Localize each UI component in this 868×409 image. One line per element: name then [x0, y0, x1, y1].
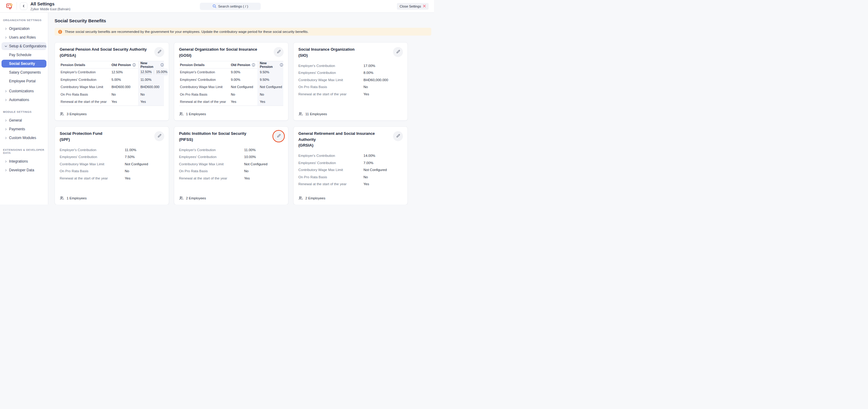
chevron-right-icon [3, 119, 8, 122]
sidebar-item-pay-schedule[interactable]: Pay Schedule [1, 51, 46, 59]
employees-icon [179, 112, 184, 116]
sidebar-item-custom-modules[interactable]: Custom Modules [1, 134, 46, 142]
list-item: Employees' Contribution7.50% [60, 153, 164, 161]
list-item: Employees' Contribution7.00% [299, 159, 403, 167]
pencil-icon [277, 50, 281, 55]
zoho-payroll-settings-window: All Settings Zylker Middle East (Bahrain… [0, 0, 434, 204]
list-item: Employer's Contribution11.00% [179, 146, 283, 153]
sidebar-item-employee-portal[interactable]: Employee Portal [1, 77, 46, 85]
table-row: Contributory Wage Max Limit Not Configur… [179, 83, 283, 91]
list-item: Employer's Contribution17.00% [299, 62, 403, 69]
list-item: Renewal at the start of the yearYes [299, 90, 403, 98]
section-extensions-developer-data: EXTENSIONS & DEVELOPER DATA [0, 148, 48, 154]
page-header-title: All Settings [30, 1, 70, 7]
employees-icon [299, 196, 303, 200]
section-module-settings: MODULE SETTINGS [0, 110, 48, 113]
page-title: Social Security Benefits [55, 18, 431, 24]
sidebar-item-setup-configurations[interactable]: Setup & Configurations [1, 42, 46, 50]
chevron-left-icon [22, 4, 25, 8]
pencil-icon [157, 134, 161, 139]
benefit-card-gosi: General Organization for Social Insuranc… [174, 42, 288, 121]
search-settings-input[interactable]: Search settings ( / ) [200, 3, 261, 10]
chevron-right-icon [3, 137, 8, 139]
table-row: Renewal at the start of the year Yes Yes [60, 98, 164, 106]
chevron-right-icon [3, 36, 8, 39]
col-old-pension: Old Pension [228, 61, 257, 68]
list-item: Renewal at the start of the yearYes [60, 175, 164, 182]
info-icon[interactable] [160, 63, 164, 67]
list-item: On Pro Rata BasisNo [299, 84, 403, 91]
col-pension-details: Pension Details [60, 61, 109, 68]
col-old-pension: Old Pension [109, 61, 138, 68]
pencil-icon [396, 134, 400, 139]
employees-count: 2 Employees [299, 196, 403, 201]
sidebar-item-customizations[interactable]: Customizations [1, 87, 46, 95]
pension-table: Pension Details Old Pension New Pension … [60, 61, 164, 106]
new-pension-value-b[interactable]: 15.00% [156, 70, 167, 74]
header-divider [17, 2, 17, 10]
employees-count: 11 Employees [299, 112, 403, 117]
chevron-right-icon [3, 27, 8, 30]
sidebar-item-integrations[interactable]: Integrations [1, 157, 46, 165]
payroll-logo-icon [5, 2, 13, 10]
card-title: Social Protection Fund (SPF) [60, 130, 164, 142]
edit-grsia-button[interactable] [393, 131, 403, 141]
chevron-right-icon [3, 99, 8, 101]
benefit-card-spf: Social Protection Fund (SPF) Employer's … [55, 126, 169, 204]
table-row: Employees' Contribution 5.00% 11.00% [60, 76, 164, 84]
list-item: Contributory Wage Max LimitNot Configure… [179, 160, 283, 168]
card-title: Social Insurance Organization (SIO) [299, 47, 403, 58]
info-icon[interactable] [280, 63, 283, 67]
chevron-right-icon [3, 160, 8, 163]
benefit-card-sio: Social Insurance Organization (SIO) Empl… [293, 42, 408, 121]
sidebar-item-general[interactable]: General [1, 116, 46, 124]
table-row: On Pro Rata Basis No No [179, 91, 283, 98]
info-icon[interactable] [252, 63, 255, 67]
sidebar-item-social-security[interactable]: Social Security [1, 60, 46, 67]
sidebar-item-payments[interactable]: Payments [1, 125, 46, 133]
table-row: Employer's Contribution 9.00% 9.50% [179, 68, 283, 76]
card-title: Public Institution for Social Security (… [179, 130, 283, 142]
list-item: Contributory Wage Max LimitBHD60,000.000 [299, 76, 403, 84]
sidebar-item-automations[interactable]: Automations [1, 96, 46, 104]
employees-icon [299, 112, 303, 116]
sidebar-item-users-and-roles[interactable]: Users and Roles [1, 33, 46, 41]
table-row: Contributory Wage Max Limit BHD600.000 B… [60, 83, 164, 91]
chevron-right-icon [3, 90, 8, 93]
pencil-icon [277, 134, 281, 139]
edit-spf-button[interactable] [154, 131, 164, 141]
info-filled-icon [58, 30, 62, 34]
new-pension-value-a[interactable]: 12.50% [141, 70, 152, 74]
chevron-right-icon [3, 169, 8, 172]
back-button[interactable] [20, 2, 27, 10]
close-settings-button[interactable]: Close Settings [397, 3, 429, 10]
chevron-right-icon [3, 128, 8, 130]
info-banner-text: These social security benefits are recom… [65, 30, 309, 33]
edit-gpssa-button[interactable] [154, 47, 164, 57]
table-row: On Pro Rata Basis No No [60, 91, 164, 98]
col-pension-details: Pension Details [179, 61, 228, 68]
pencil-icon [157, 50, 161, 55]
edit-sio-button[interactable] [393, 47, 403, 57]
list-item: Contributory Wage Max LimitNot Configure… [299, 167, 403, 174]
info-icon[interactable] [132, 63, 136, 67]
list-item: On Pro Rata BasisNo [60, 168, 164, 175]
close-icon [423, 4, 426, 8]
sidebar-item-developer-data[interactable]: Developer Data [1, 166, 46, 174]
employees-icon [60, 196, 64, 200]
edit-gosi-button[interactable] [274, 47, 284, 57]
benefit-details-list: Employer's Contribution11.00% Employees'… [179, 146, 283, 182]
list-item: Employer's Contribution11.00% [60, 146, 164, 153]
list-item: Employees' Contribution8.00% [299, 69, 403, 77]
card-title: General Organization for Social Insuranc… [179, 47, 283, 58]
sidebar-item-salary-components[interactable]: Salary Components [1, 68, 46, 76]
edit-pifss-button[interactable] [274, 131, 284, 141]
col-new-pension: New Pension [257, 61, 283, 68]
employees-icon [60, 112, 64, 116]
employees-count: 2 Employees [179, 196, 283, 201]
main-content: Social Security Benefits These social se… [48, 13, 434, 204]
list-item: Contributory Wage Max LimitNot Configure… [60, 160, 164, 168]
table-row: Renewal at the start of the year Yes Yes [179, 98, 283, 106]
organization-name: Zylker Middle East (Bahrain) [30, 7, 70, 11]
sidebar-item-organization[interactable]: Organization [1, 25, 46, 33]
